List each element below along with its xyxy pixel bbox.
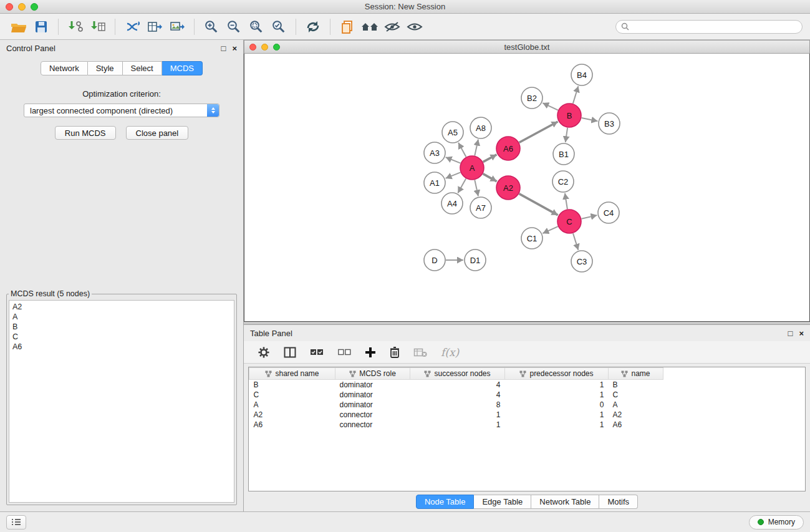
graph-node-D[interactable]: D [424,249,445,271]
criterion-select[interactable]: largest connected component (directed) [24,104,219,117]
memory-button[interactable]: Memory [749,515,804,530]
close-panel-button[interactable]: Close panel [126,126,189,140]
float-table-panel-icon[interactable]: □ [788,329,793,337]
graph-node-A6[interactable]: A6 [496,137,520,160]
deselect-all-button[interactable] [337,348,351,357]
table-cell[interactable]: B [249,380,335,390]
close-panel-icon[interactable]: × [232,44,237,52]
toggle-columns-button[interactable] [284,347,296,358]
graph-edge-A6-B[interactable] [519,122,558,142]
close-window-button[interactable] [6,3,13,11]
graph-edge-B-B1[interactable] [566,128,567,142]
table-cell[interactable]: C [609,390,663,400]
graph-node-C3[interactable]: C3 [571,251,592,272]
session-documents-button[interactable] [336,17,359,37]
hide-graphics-details-button[interactable] [381,17,403,37]
table-cell[interactable]: B [609,380,663,390]
delete-column-button[interactable] [390,346,400,358]
node-table-container[interactable]: shared nameMCDS rolesuccessor nodesprede… [248,367,806,491]
tab-network-table[interactable]: Network Table [531,495,599,509]
table-cell[interactable]: C [249,390,335,400]
graph-node-B4[interactable]: B4 [571,64,592,85]
graph-edge-C-C4[interactable] [582,215,597,219]
graph-node-B3[interactable]: B3 [599,113,620,134]
graph-edge-A-A6[interactable] [483,155,497,162]
graph-edge-A2-C[interactable] [519,194,558,215]
graph-node-C[interactable]: C [557,210,581,233]
table-cell[interactable]: 1 [505,410,609,420]
close-table-panel-icon[interactable]: × [799,329,804,337]
table-cell[interactable]: A [249,400,335,410]
table-cell[interactable]: 4 [410,380,505,390]
table-cell[interactable]: A6 [249,420,335,430]
table-cell[interactable]: 8 [410,400,505,410]
import-network-file-button[interactable] [64,17,87,37]
export-table-button[interactable] [143,17,166,37]
show-graphics-details-button[interactable] [403,17,426,37]
table-row[interactable]: A6connector11A6 [249,420,806,430]
graph-edge-A-A8[interactable] [475,140,478,156]
zoom-in-button[interactable] [200,17,223,37]
graph-node-C2[interactable]: C2 [552,171,574,192]
graph-node-A2[interactable]: A2 [496,176,520,200]
table-cell[interactable]: 4 [410,390,505,400]
table-cell[interactable]: dominator [335,380,410,390]
graph-edge-B-B3[interactable] [582,118,598,121]
apply-layout-button[interactable] [302,17,324,37]
table-cell[interactable]: connector [335,410,410,420]
network-zoom-button[interactable] [273,44,280,51]
tab-motifs[interactable]: Motifs [599,495,638,509]
import-table-file-button[interactable] [87,17,109,37]
add-column-button[interactable] [365,347,376,358]
tab-mcds[interactable]: MCDS [162,61,203,75]
tab-edge-table[interactable]: Edge Table [474,495,531,509]
table-cell[interactable]: dominator [335,400,410,410]
zoom-out-button[interactable] [223,17,245,37]
graph-node-A3[interactable]: A3 [424,142,445,163]
network-canvas[interactable]: B4B2BB3B1A5A8A6A3AA1A2C2A4A7CC4C1C3DD1 [244,54,810,322]
graph-node-A5[interactable]: A5 [442,122,463,143]
table-cell[interactable]: 1 [505,420,609,430]
graph-edge-B-B4[interactable] [573,86,579,104]
graph-node-A4[interactable]: A4 [441,193,463,214]
delete-table-button[interactable] [413,347,427,357]
graph-node-A7[interactable]: A7 [470,197,491,218]
table-cell[interactable]: A6 [609,420,663,430]
table-row[interactable]: A2connector11A2 [249,410,806,420]
graph-edge-A-A4[interactable] [458,178,466,193]
open-session-button[interactable] [7,17,30,37]
table-cell[interactable]: 1 [505,380,609,390]
graph-node-B[interactable]: B [557,104,581,127]
table-settings-button[interactable] [258,346,270,359]
graph-node-A1[interactable]: A1 [424,172,445,193]
table-cell[interactable]: A2 [249,410,335,420]
function-builder-button[interactable]: f(x) [441,346,459,359]
column-header-mcds-role[interactable]: MCDS role [335,368,410,380]
show-overview-button[interactable] [359,17,381,37]
graph-edge-A-A5[interactable] [458,143,466,157]
zoom-fit-button[interactable] [245,17,268,37]
mcds-result-item[interactable]: A2 [12,302,231,312]
network-minimize-button[interactable] [261,44,268,51]
table-cell[interactable]: 1 [410,420,505,430]
export-network-button[interactable] [121,17,143,37]
table-row[interactable]: Bdominator41B [249,380,806,390]
table-row[interactable]: Cdominator41C [249,390,806,400]
graph-edge-B-B2[interactable] [542,103,558,110]
mcds-result-item[interactable]: A6 [12,342,231,352]
table-cell[interactable]: 1 [505,390,609,400]
export-image-button[interactable] [166,17,188,37]
graph-edge-A-A3[interactable] [446,157,461,163]
column-header-predecessor-nodes[interactable]: predecessor nodes [505,368,609,380]
graph-edge-A-A7[interactable] [475,180,478,196]
tab-style[interactable]: Style [88,61,123,75]
mcds-result-item[interactable]: C [12,332,231,342]
table-cell[interactable]: 0 [505,400,609,410]
mcds-result-item[interactable]: B [12,322,231,332]
mcds-result-list[interactable]: A2ABCA6 [9,300,234,503]
tab-network[interactable]: Network [41,61,88,75]
graph-edge-A-A1[interactable] [446,172,461,178]
graph-edge-C-C2[interactable] [565,193,567,209]
search-input[interactable] [632,22,797,32]
minimize-window-button[interactable] [18,3,26,11]
